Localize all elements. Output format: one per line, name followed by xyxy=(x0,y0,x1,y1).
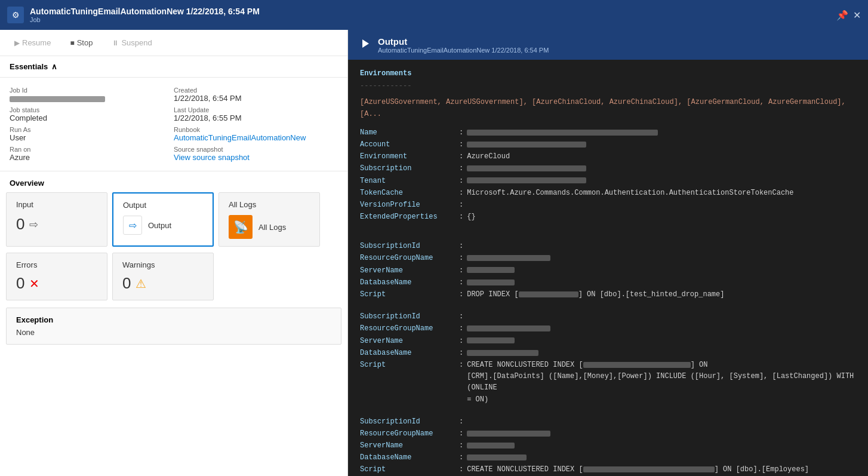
job-id-value xyxy=(10,94,174,103)
fields-block: Name : Account : Environment : AzureClou… xyxy=(360,127,856,223)
field-account-row: Account : xyxy=(360,139,856,151)
block2-db-row: DatabaseName : xyxy=(360,348,856,359)
right-header-icon xyxy=(358,36,372,54)
job-id-item: Job Id xyxy=(10,85,174,105)
block1-server-row: ServerName : xyxy=(360,265,856,277)
run-as-label: Run As xyxy=(10,126,174,133)
errors-card-value: 0 ✕ xyxy=(16,274,97,293)
close-icon[interactable]: ✕ xyxy=(853,10,861,21)
ran-on-value: Azure xyxy=(10,153,174,162)
right-title-sub: AutomaticTuningEmailAutomationNew 1/22/2… xyxy=(378,47,549,54)
env-section-title: Environments xyxy=(360,68,856,79)
block2-server-row: ServerName : xyxy=(360,336,856,347)
app-title-block: AutomaticTuningEmailAutomationNew 1/22/2… xyxy=(30,7,830,23)
essentials-label: Essentials xyxy=(10,62,48,71)
run-as-item: Run As User xyxy=(10,124,174,144)
runbook-item: Runbook AutomaticTuningEmailAutomationNe… xyxy=(174,124,338,144)
right-panel: Output AutomaticTuningEmailAutomationNew… xyxy=(348,30,868,476)
field-extprops-row: ExtendedProperties : {} xyxy=(360,211,856,223)
field-tokencache-row: TokenCache : Microsoft.Azure.Commands.Co… xyxy=(360,188,856,199)
output-card-title: Output xyxy=(123,201,203,210)
suspend-icon: ⏸ xyxy=(112,39,119,47)
runbook-value[interactable]: AutomaticTuningEmailAutomationNew xyxy=(174,133,338,142)
input-card[interactable]: Input 0 ⇨ xyxy=(6,192,107,247)
field-versionprofile-val xyxy=(467,199,856,211)
field-versionprofile-row: VersionProfile : xyxy=(360,199,856,211)
last-update-item: Last Update 1/22/2018, 6:55 PM xyxy=(174,105,338,124)
block1-subid-row: SubscriptionId : xyxy=(360,241,856,252)
errors-card-title: Errors xyxy=(16,260,97,269)
block2-script-row: Script : CREATE NONCLUSTERED INDEX [] ON… xyxy=(360,360,856,406)
field-env-key: Environment xyxy=(360,151,455,162)
job-status-item: Job status Completed xyxy=(10,105,174,124)
essentials-header[interactable]: Essentials ∧ xyxy=(0,56,347,78)
stop-button[interactable]: ■ Stop xyxy=(65,36,97,50)
source-snapshot-label: Source snapshot xyxy=(174,146,338,153)
created-value: 1/22/2018, 6:54 PM xyxy=(174,94,338,103)
errors-card[interactable]: Errors 0 ✕ xyxy=(6,253,107,300)
field-name-val xyxy=(467,127,856,139)
output-card-icon: ⇨ xyxy=(123,216,142,235)
warnings-card[interactable]: Warnings 0 ⚠ xyxy=(112,253,214,300)
block1-script-row: Script : DROP INDEX [] ON [dbo].[test_hi… xyxy=(360,289,856,300)
app-title: AutomaticTuningEmailAutomationNew 1/22/2… xyxy=(30,7,830,16)
alllogs-card-title: All Logs xyxy=(229,200,310,209)
block1-db-row: DatabaseName : xyxy=(360,277,856,288)
field-sub-row: Subscription : xyxy=(360,163,856,174)
field-tenant-key: Tenant xyxy=(360,176,455,187)
field-sub-key: Subscription xyxy=(360,163,455,174)
field-extprops-key: ExtendedProperties xyxy=(360,211,455,223)
job-status-value: Completed xyxy=(10,113,174,122)
block3-script-row: Script : CREATE NONCLUSTERED INDEX [] ON… xyxy=(360,464,856,476)
right-header-title: Output AutomaticTuningEmailAutomationNew… xyxy=(378,36,549,54)
block2: SubscriptionId : ResourceGroupName : Ser… xyxy=(360,311,856,406)
main-content: ▶ Resume ■ Stop ⏸ Suspend Essentials ∧ J… xyxy=(0,30,868,476)
suspend-button[interactable]: ⏸ Suspend xyxy=(107,36,156,50)
field-name-key: Name xyxy=(360,127,455,139)
field-tokencache-key: TokenCache xyxy=(360,188,455,199)
alllogs-label: All Logs xyxy=(258,223,286,232)
essentials-body: Job Id Created 1/22/2018, 6:54 PM Job st… xyxy=(0,78,347,171)
toolbar: ▶ Resume ■ Stop ⏸ Suspend xyxy=(0,30,347,56)
env-value: [AzureUSGovernment, AzureUSGovernment], … xyxy=(360,97,856,119)
last-update-value: 1/22/2018, 6:55 PM xyxy=(174,113,338,122)
output-card[interactable]: Output ⇨ Output xyxy=(112,192,214,247)
run-as-value: User xyxy=(10,133,174,142)
essentials-chevron: ∧ xyxy=(51,62,57,71)
block3-server-row: ServerName : xyxy=(360,440,856,452)
field-versionprofile-key: VersionProfile xyxy=(360,199,455,211)
alllogs-card[interactable]: All Logs 📡 All Logs xyxy=(218,192,320,247)
resume-icon: ▶ xyxy=(14,39,20,47)
field-sub-val xyxy=(467,163,856,174)
overview-header: Overview xyxy=(0,171,347,192)
right-header: Output AutomaticTuningEmailAutomationNew… xyxy=(348,30,868,60)
app-icon: ⚙ xyxy=(7,7,24,23)
exception-section: Exception None xyxy=(6,308,341,345)
warnings-card-title: Warnings xyxy=(122,260,204,269)
field-env-row: Environment : AzureCloud xyxy=(360,151,856,162)
warnings-card-value: 0 ⚠ xyxy=(122,274,204,293)
right-title-main: Output xyxy=(378,36,549,47)
field-tenant-row: Tenant : xyxy=(360,176,856,187)
block3-subid-row: SubscriptionId : xyxy=(360,416,856,428)
field-account-val xyxy=(467,139,856,151)
output-card-body: ⇨ Output xyxy=(123,216,203,235)
job-id-label: Job Id xyxy=(10,87,174,94)
resume-button[interactable]: ▶ Resume xyxy=(10,36,56,50)
runbook-label: Runbook xyxy=(174,126,338,133)
pin-icon[interactable]: 📌 xyxy=(836,10,848,21)
block3-rg-row: ResourceGroupName : xyxy=(360,428,856,440)
field-name-row: Name : xyxy=(360,127,856,139)
overview-cards: Input 0 ⇨ Output ⇨ Output All Logs 📡 xyxy=(0,192,347,253)
input-card-value: 0 ⇨ xyxy=(16,215,97,234)
exception-value: None xyxy=(16,328,331,337)
stop-icon: ■ xyxy=(70,39,74,47)
field-env-val: AzureCloud xyxy=(467,151,856,162)
block1-rg-row: ResourceGroupName : xyxy=(360,253,856,264)
source-snapshot-value[interactable]: View source snapshot xyxy=(174,153,338,162)
field-extprops-val: {} xyxy=(467,211,856,223)
block3: SubscriptionId : ResourceGroupName : Ser… xyxy=(360,416,856,476)
ran-on-item: Ran on Azure xyxy=(10,144,174,164)
overview-cards-row2: Errors 0 ✕ Warnings 0 ⚠ xyxy=(0,253,347,308)
error-icon: ✕ xyxy=(29,277,39,291)
